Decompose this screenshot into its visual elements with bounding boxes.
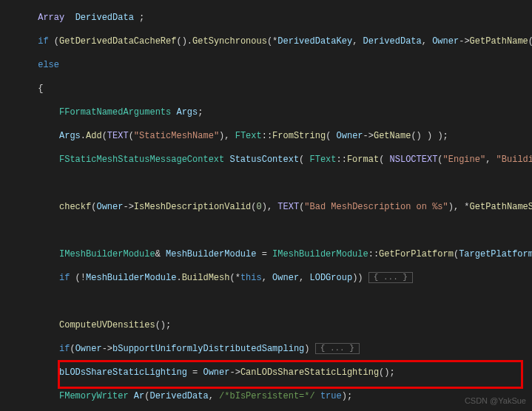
code-line: FStaticMeshStatusMessageContext StatusCo… [6, 154, 532, 166]
watermark: CSDN @YakSue [465, 395, 526, 407]
code-line: { [6, 83, 532, 95]
code-line [6, 225, 532, 237]
code-line: FMemoryWriter Ar(DerivedData, /*bIsPersi… [6, 390, 532, 402]
code-line: if (!MeshBuilderModule.BuildMesh(*this, … [6, 272, 532, 284]
code-line [6, 296, 532, 308]
code-line: if(Owner->bSupportUniformlyDistributedSa… [6, 343, 532, 355]
code-line: IMeshBuilderModule& MeshBuilderModule = … [6, 248, 532, 260]
code-line: bLODsShareStaticLighting = Owner->CanLOD… [6, 367, 532, 378]
fold-region[interactable]: { ... } [368, 272, 413, 283]
code-line: if (GetDerivedDataCacheRef().GetSynchron… [6, 35, 532, 47]
code-line [6, 177, 532, 189]
code-line: checkf(Owner->IsMeshDescriptionValid(0),… [6, 201, 532, 213]
code-editor[interactable]: Array DerivedData ; if (GetDerivedDataCa… [0, 0, 532, 411]
code-line: else [6, 59, 532, 71]
code-line: Args.Add(TEXT("StaticMeshName"), FText::… [6, 130, 532, 142]
code-line: ComputeUVDensities(); [6, 319, 532, 331]
fold-region[interactable]: { ... } [315, 343, 360, 354]
code-line: Array DerivedData ; [6, 12, 532, 24]
code-line: FFormatNamedArguments Args; [6, 106, 532, 118]
